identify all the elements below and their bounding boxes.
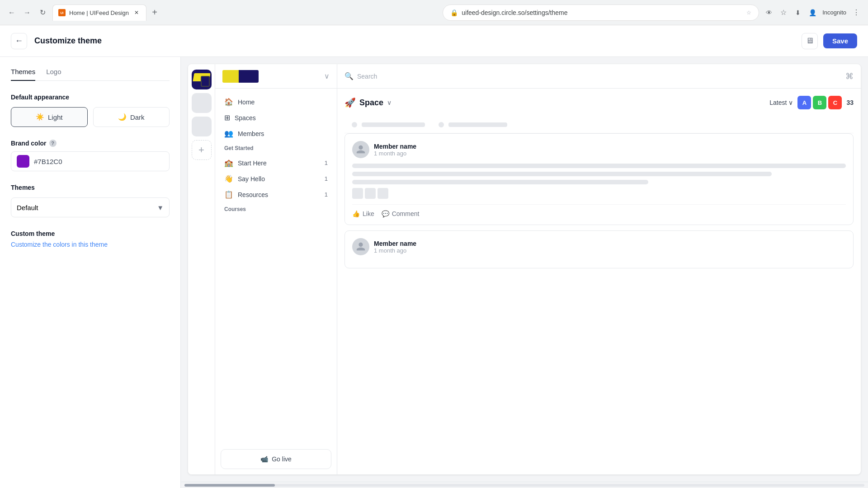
resources-icon: 📋 [224, 190, 233, 199]
active-tab[interactable]: UI Home | UIFeed Design ✕ [52, 5, 146, 21]
page-title: Customize theme [34, 36, 794, 46]
member-badges: A B C [797, 96, 842, 109]
color-swatch [17, 155, 29, 168]
sidebar-icon-1[interactable] [192, 93, 212, 113]
url-display: uifeed-design.circle.so/settings/theme [462, 9, 743, 16]
sidebar-icon-2[interactable] [192, 117, 212, 136]
home-icon: 🏠 [224, 98, 233, 106]
preview-feed-area: 🚀 Space ∨ Latest ∨ A [337, 89, 861, 474]
brand-color-input[interactable]: #7B12C0 [11, 151, 170, 171]
latest-dropdown[interactable]: Latest ∨ [769, 99, 793, 106]
help-icon[interactable]: ? [49, 140, 57, 147]
reaction-dot-3 [377, 188, 388, 199]
custom-theme-section: Custom theme Customize the colors in thi… [11, 230, 170, 248]
save-button[interactable]: Save [823, 33, 857, 48]
back-button[interactable]: ← [11, 33, 27, 49]
new-tab-button[interactable]: + [148, 6, 161, 19]
sidebar-add-icon[interactable]: + [192, 140, 212, 160]
dropdown-chevron-icon: ▼ [157, 204, 164, 211]
topbar: ← Customize theme 🖥 Save [0, 25, 868, 57]
reaction-dot-1 [352, 188, 363, 199]
forward-button[interactable]: → [21, 6, 33, 19]
tab-themes[interactable]: Themes [11, 68, 35, 81]
nav-logo-area [222, 70, 321, 83]
badge-b: B [813, 96, 826, 109]
nav-item-say-hello[interactable]: 👋 Say Hello 1 [219, 171, 333, 187]
menu-button[interactable]: ⋮ [850, 6, 863, 19]
search-placeholder: Search [357, 73, 842, 80]
dark-mode-button[interactable]: 🌙 Dark [93, 107, 170, 127]
go-live-label: Go live [272, 455, 292, 463]
comment-button[interactable]: 💬 Comment [382, 210, 420, 217]
page: ← Customize theme 🖥 Save Themes Logo Def… [0, 25, 868, 488]
search-right-icon: ⌘ [845, 71, 854, 81]
content-area: Themes Logo Default appearance ☀️ Light … [0, 57, 868, 488]
color-hex-value: #7B12C0 [34, 158, 62, 165]
badge-c: C [828, 96, 842, 109]
comment-icon: 💬 [382, 210, 389, 217]
start-here-label: Start Here [238, 160, 267, 167]
preview-main: 🔍 Search ⌘ 🚀 Space ∨ [337, 64, 861, 474]
tab-title: Home | UIFeed Design [69, 9, 129, 16]
start-here-count: 1 [325, 160, 328, 166]
themes-dropdown[interactable]: Default ▼ [11, 197, 170, 217]
themes-section: Themes Default ▼ [11, 184, 170, 217]
custom-theme-link[interactable]: Customize the colors in this theme [11, 241, 170, 248]
custom-theme-title: Custom theme [11, 230, 170, 237]
member-count: 33 [846, 99, 854, 106]
resources-count: 1 [325, 191, 328, 198]
download-button[interactable]: ⬇ [792, 6, 804, 19]
post-time-2: 1 month ago [374, 247, 416, 254]
post-header-1: Member name 1 month ago [352, 141, 846, 158]
light-mode-button[interactable]: ☀️ Light [11, 107, 88, 127]
tab-logo[interactable]: Logo [46, 68, 61, 81]
back-icon: ← [15, 36, 23, 46]
themes-label: Themes [11, 184, 170, 191]
horizontal-scrollbar[interactable] [181, 482, 868, 488]
post-avatar-2 [352, 238, 369, 255]
space-chevron-icon: ∨ [387, 99, 392, 106]
accessibility-button[interactable]: 👁 [763, 6, 775, 19]
profile-button[interactable]: 👤 [806, 6, 819, 19]
reaction-dots [352, 188, 846, 199]
nav-item-resources[interactable]: 📋 Resources 1 [219, 187, 333, 202]
like-label: Like [363, 210, 374, 217]
nav-logo [222, 70, 259, 83]
say-hello-icon: 👋 [224, 174, 233, 183]
app-preview: + ∨ 🏠 Home [188, 64, 861, 474]
nav-item-home[interactable]: 🏠 Home [219, 94, 333, 110]
refresh-button[interactable]: ↻ [36, 6, 49, 19]
courses-section-label: Courses [219, 202, 333, 216]
back-button[interactable]: ← [5, 6, 18, 19]
nav-item-spaces[interactable]: ⊞ Spaces [219, 110, 333, 126]
skeleton-header-area [344, 117, 854, 133]
post-author-2: Member name [374, 240, 416, 247]
say-hello-label: Say Hello [238, 175, 265, 183]
preview-sidebar: + [188, 64, 215, 474]
scrollbar-track [184, 484, 864, 487]
browser-nav-controls: ← → ↻ [5, 6, 49, 19]
themes-selected: Default [17, 204, 38, 211]
incognito-label: Incognito [821, 9, 848, 16]
resources-label: Resources [238, 191, 268, 198]
tab-close-button[interactable]: ✕ [132, 9, 141, 17]
bookmark-button[interactable]: ☆ [777, 6, 790, 19]
post-actions-1: 👍 Like 💬 Comment [352, 204, 846, 217]
say-hello-count: 1 [325, 175, 328, 182]
nav-home-label: Home [238, 99, 255, 106]
nav-item-start-here[interactable]: 🏫 Start Here 1 [219, 155, 333, 171]
left-panel: Themes Logo Default appearance ☀️ Light … [0, 57, 181, 488]
brand-color-section: Brand color ? #7B12C0 [11, 140, 170, 171]
monitor-button[interactable]: 🖥 [802, 33, 818, 49]
camera-icon: 📹 [260, 455, 268, 463]
post-meta-2: Member name 1 month ago [374, 240, 416, 254]
go-live-button[interactable]: 📹 Go live [221, 449, 331, 469]
skeleton-line-1 [352, 164, 846, 168]
address-bar[interactable]: 🔒 uifeed-design.circle.so/settings/theme… [443, 5, 759, 21]
like-button[interactable]: 👍 Like [352, 210, 374, 217]
post-card-2: Member name 1 month ago [344, 230, 854, 268]
nav-item-members[interactable]: 👥 Members [219, 126, 333, 141]
latest-label: Latest [769, 99, 787, 106]
comment-label: Comment [392, 210, 420, 217]
space-header-right: Latest ∨ A B C 33 [769, 96, 854, 109]
